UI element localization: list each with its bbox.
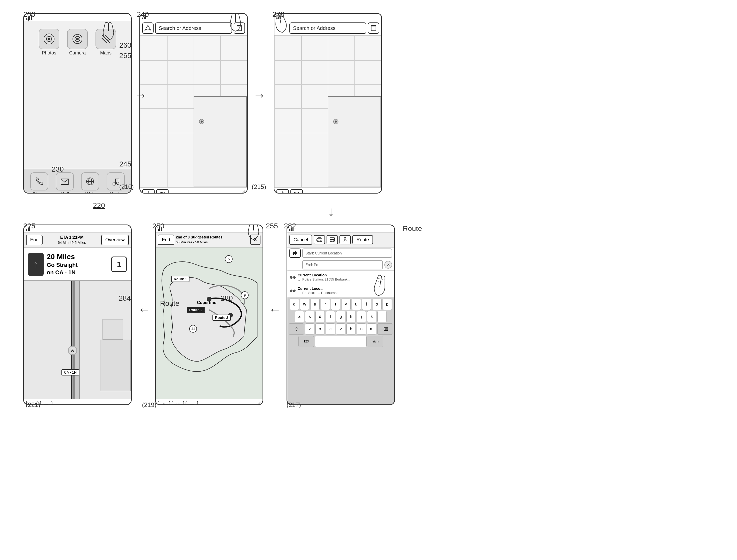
key-g[interactable]: g — [336, 311, 345, 322]
list-hline-1 — [140, 60, 247, 61]
nav-direction-btn-240[interactable] — [142, 22, 154, 34]
route-btn-217[interactable]: Route — [352, 235, 373, 244]
bus-btn-217[interactable] — [326, 235, 338, 244]
car-btn-217[interactable] — [314, 235, 325, 244]
finger-250 — [244, 225, 262, 241]
clear-btn-217[interactable]: ✕ — [385, 261, 392, 269]
3d-btn-250[interactable]: 3D — [172, 401, 184, 405]
key-f[interactable]: f — [326, 311, 335, 322]
bookmarks-btn-270[interactable] — [368, 22, 379, 34]
key-r[interactable]: r — [320, 299, 330, 310]
location-dot-270 — [333, 119, 338, 124]
direction-miles: 20 Miles — [47, 252, 108, 261]
location-btn-240[interactable] — [142, 189, 155, 194]
key-m[interactable]: m — [367, 323, 377, 335]
search-field-240[interactable]: Search or Address — [155, 22, 232, 34]
waveform-btn[interactable] — [289, 249, 301, 258]
end-field-217[interactable]: End: Po — [302, 260, 383, 269]
web-icon-svg — [85, 176, 95, 187]
status-bar-200 — [24, 14, 131, 21]
search-field-270[interactable]: Search or Address — [289, 22, 366, 34]
3d-btn-240[interactable]: 3D — [156, 189, 168, 194]
kb-top-bar-217: Cancel — [287, 233, 394, 247]
list-divider-1 — [167, 36, 167, 187]
key-t[interactable]: t — [331, 299, 340, 310]
dock-music-label: Music — [109, 191, 122, 194]
corner-fold-240 — [237, 190, 245, 194]
svg-marker-34 — [162, 403, 166, 405]
list-btn-250[interactable] — [186, 401, 198, 405]
start-field-217[interactable]: Start: Current Location — [302, 249, 392, 258]
route-top-bar-250: End 2nd of 3 Suggested Routes 65 Minutes… — [156, 233, 262, 247]
cancel-btn-217[interactable]: Cancel — [289, 235, 312, 245]
key-z[interactable]: z — [305, 323, 314, 335]
key-j[interactable]: j — [357, 311, 366, 322]
ref-210: (210) — [119, 183, 134, 190]
key-e[interactable]: e — [310, 299, 319, 310]
dock-mail[interactable]: Mail — [54, 172, 75, 194]
app-maps[interactable]: Maps — [94, 29, 117, 56]
walk-btn-217[interactable] — [339, 235, 351, 244]
end-btn-225[interactable]: End — [26, 235, 43, 245]
road-label-225: CA - 1N — [61, 369, 79, 375]
key-c[interactable]: c — [326, 323, 335, 335]
maps-screen-270: Search or Address — [274, 21, 381, 194]
end-btn-250[interactable]: End — [158, 235, 174, 245]
search-placeholder-240: Search or Address — [159, 25, 201, 31]
result-row-2[interactable]: Current Loco... to: Pot Sticke... Restau… — [287, 284, 394, 298]
camera-svg — [71, 33, 84, 45]
phone-icon-svg — [34, 176, 44, 187]
dock-phone[interactable]: Phone — [29, 172, 50, 194]
key-backspace[interactable]: ⌫ — [378, 323, 393, 335]
dock-web[interactable]: Web — [80, 172, 100, 194]
key-p[interactable]: p — [383, 299, 392, 310]
ref-245: 245 — [119, 160, 131, 168]
dot-red-1 — [293, 276, 295, 279]
key-q[interactable]: q — [290, 299, 299, 310]
dock: Phone Mail — [24, 169, 131, 194]
maps-svg — [100, 33, 112, 45]
building-block-2-225 — [102, 319, 123, 340]
overview-btn-225[interactable]: Overview — [101, 235, 129, 245]
app-camera[interactable]: Camera — [66, 29, 89, 56]
key-y[interactable]: y — [341, 299, 350, 310]
list-hline-2 — [140, 84, 247, 85]
key-x[interactable]: x — [315, 323, 325, 335]
key-k[interactable]: k — [367, 311, 377, 322]
key-h[interactable]: h — [346, 311, 356, 322]
key-return[interactable]: return — [367, 336, 383, 347]
key-i[interactable]: i — [362, 299, 371, 310]
location-btn-250[interactable] — [158, 401, 170, 405]
phone-225: End ETA 1:21PM 64 Min 49.5 Miles Overvie… — [23, 225, 132, 405]
key-o[interactable]: o — [372, 299, 382, 310]
key-shift[interactable]: ⇧ — [288, 323, 304, 335]
3d-btn-270[interactable]: 3D — [290, 189, 303, 194]
num5-badge: 5 — [225, 255, 232, 263]
location-btn-270[interactable] — [276, 189, 289, 194]
key-d[interactable]: d — [315, 311, 325, 322]
status-bar-270 — [274, 14, 381, 21]
svg-point-17 — [113, 183, 115, 185]
dock-web-label: Web — [85, 191, 95, 194]
key-b[interactable]: b — [346, 323, 356, 335]
location-icon — [146, 191, 151, 194]
ref-255: 255 — [266, 222, 278, 230]
key-a[interactable]: a — [295, 311, 304, 322]
key-l[interactable]: l — [378, 311, 387, 322]
direction-action: Go Straight — [47, 261, 108, 269]
key-123[interactable]: 123 — [298, 336, 314, 347]
key-n[interactable]: n — [357, 323, 366, 335]
location-dot-240 — [199, 119, 204, 124]
app-photos[interactable]: Photos — [37, 29, 61, 56]
direction-text-225: 20 Miles Go Straight on CA - 1N — [47, 252, 108, 276]
flow-arrow-250-225: ← — [138, 302, 151, 317]
dock-phone-label: Phone — [33, 191, 46, 194]
key-u[interactable]: u — [351, 299, 361, 310]
key-space[interactable] — [315, 336, 366, 347]
key-w[interactable]: w — [300, 299, 309, 310]
key-v[interactable]: v — [336, 323, 345, 335]
key-s[interactable]: s — [305, 311, 314, 322]
ref-route-250: Route — [160, 299, 179, 308]
phone-250: End 2nd of 3 Suggested Routes 65 Minutes… — [155, 225, 263, 405]
list-btn-225[interactable] — [40, 401, 52, 405]
